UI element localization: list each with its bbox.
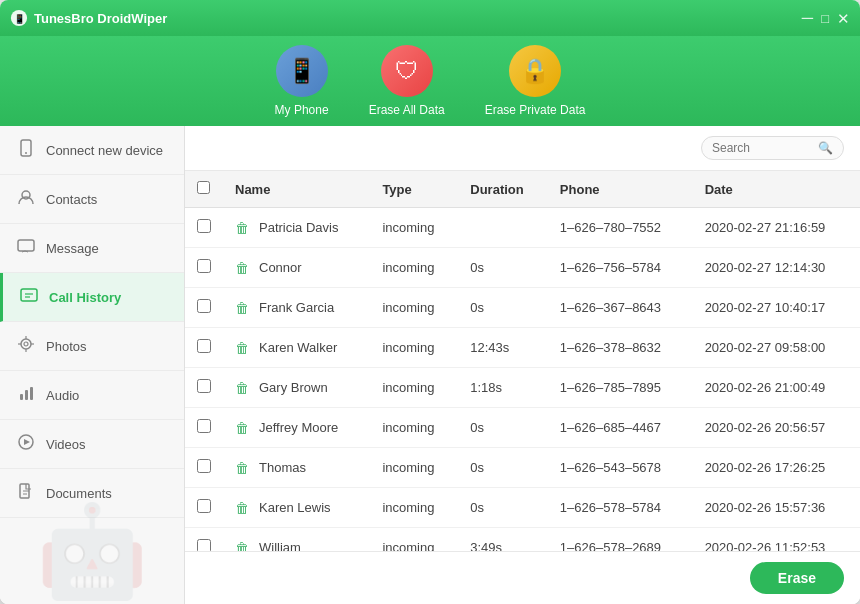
delete-icon-2[interactable]: 🗑 [235, 300, 249, 316]
search-box: 🔍 [701, 136, 844, 160]
contacts-icon [16, 188, 36, 210]
row-duration-7: 0s [458, 488, 548, 528]
delete-icon-8[interactable]: 🗑 [235, 540, 249, 552]
sidebar-item-call-history[interactable]: Call History [0, 273, 184, 322]
title-bar-logo: 📱 TunesBro DroidWiper [10, 9, 802, 27]
minimize-button[interactable]: ─ [802, 10, 813, 26]
delete-icon-7[interactable]: 🗑 [235, 500, 249, 516]
content-area: 🔍 Name Type Duration Phone [185, 126, 860, 604]
row-date-6: 2020-02-26 17:26:25 [693, 448, 860, 488]
svg-rect-6 [21, 289, 37, 301]
row-duration-0 [458, 208, 548, 248]
nav-erase-all[interactable]: 🛡 Erase All Data [369, 45, 445, 117]
table-header-row: Name Type Duration Phone Date [185, 171, 860, 208]
select-all-checkbox[interactable] [197, 181, 210, 194]
sidebar-item-contacts[interactable]: Contacts [0, 175, 184, 224]
sidebar-item-audio[interactable]: Audio [0, 371, 184, 420]
row-name-0: 🗑 Patricia Davis [223, 208, 370, 248]
title-bar-controls: ─ □ ✕ [802, 10, 850, 26]
row-checkbox-4[interactable] [197, 379, 211, 393]
row-type-3: incoming [370, 328, 458, 368]
delete-icon-1[interactable]: 🗑 [235, 260, 249, 276]
row-phone-5: 1–626–685–4467 [548, 408, 693, 448]
row-checkbox-cell [185, 248, 223, 288]
row-checkbox-8[interactable] [197, 539, 211, 551]
app-body: Connect new device Contacts Message Call… [0, 126, 860, 604]
row-checkbox-cell [185, 328, 223, 368]
erase-all-label: Erase All Data [369, 103, 445, 117]
svg-rect-16 [25, 390, 28, 400]
sidebar-item-connect-label: Connect new device [46, 143, 163, 158]
delete-icon-4[interactable]: 🗑 [235, 380, 249, 396]
delete-icon-6[interactable]: 🗑 [235, 460, 249, 476]
svg-marker-19 [24, 439, 30, 445]
row-checkbox-cell [185, 368, 223, 408]
row-checkbox-cell [185, 288, 223, 328]
documents-icon [16, 482, 36, 504]
svg-rect-5 [18, 240, 34, 251]
row-checkbox-cell [185, 208, 223, 248]
app-title: TunesBro DroidWiper [34, 11, 167, 26]
nav-my-phone[interactable]: 📱 My Phone [275, 45, 329, 117]
row-name-5: 🗑 Jeffrey Moore [223, 408, 370, 448]
col-checkbox [185, 171, 223, 208]
row-checkbox-2[interactable] [197, 299, 211, 313]
sidebar-item-videos-label: Videos [46, 437, 86, 452]
erase-button[interactable]: Erase [750, 562, 844, 594]
row-date-5: 2020-02-26 20:56:57 [693, 408, 860, 448]
row-checkbox-0[interactable] [197, 219, 211, 233]
photos-icon [16, 335, 36, 357]
videos-icon [16, 433, 36, 455]
row-phone-8: 1–626–578–2689 [548, 528, 693, 552]
row-checkbox-5[interactable] [197, 419, 211, 433]
erase-private-icon: 🔒 [509, 45, 561, 97]
close-button[interactable]: ✕ [837, 11, 850, 26]
row-name-6: 🗑 Thomas [223, 448, 370, 488]
row-date-3: 2020-02-27 09:58:00 [693, 328, 860, 368]
row-name-4: 🗑 Gary Brown [223, 368, 370, 408]
message-icon [16, 237, 36, 259]
sidebar-item-photos[interactable]: Photos [0, 322, 184, 371]
android-logo-decoration: 🤖 [36, 499, 148, 604]
erase-all-icon: 🛡 [381, 45, 433, 97]
row-checkbox-6[interactable] [197, 459, 211, 473]
table-row: 🗑 Patricia Davis incoming 1–626–780–7552… [185, 208, 860, 248]
row-date-1: 2020-02-27 12:14:30 [693, 248, 860, 288]
my-phone-icon: 📱 [276, 45, 328, 97]
row-duration-3: 12:43s [458, 328, 548, 368]
footer: Erase [185, 551, 860, 604]
row-phone-7: 1–626–578–5784 [548, 488, 693, 528]
table-row: 🗑 Jeffrey Moore incoming 0s 1–626–685–44… [185, 408, 860, 448]
row-checkbox-cell [185, 528, 223, 552]
svg-rect-15 [20, 394, 23, 400]
sidebar-item-audio-label: Audio [46, 388, 79, 403]
delete-icon-3[interactable]: 🗑 [235, 340, 249, 356]
row-name-2: 🗑 Frank Garcia [223, 288, 370, 328]
table-row: 🗑 William incoming 3:49s 1–626–578–2689 … [185, 528, 860, 552]
call-history-table-container[interactable]: Name Type Duration Phone Date 🗑 Patric [185, 171, 860, 551]
row-name-1: 🗑 Connor [223, 248, 370, 288]
title-bar: 📱 TunesBro DroidWiper ─ □ ✕ [0, 0, 860, 36]
nav-erase-private[interactable]: 🔒 Erase Private Data [485, 45, 586, 117]
delete-icon-0[interactable]: 🗑 [235, 220, 249, 236]
sidebar-item-videos[interactable]: Videos [0, 420, 184, 469]
row-duration-4: 1:18s [458, 368, 548, 408]
svg-point-9 [21, 339, 31, 349]
search-input[interactable] [712, 141, 812, 155]
row-duration-2: 0s [458, 288, 548, 328]
sidebar-item-message[interactable]: Message [0, 224, 184, 273]
toolbar: 🔍 [185, 126, 860, 171]
row-phone-3: 1–626–378–8632 [548, 328, 693, 368]
row-duration-6: 0s [458, 448, 548, 488]
row-checkbox-1[interactable] [197, 259, 211, 273]
sidebar-item-call-history-label: Call History [49, 290, 121, 305]
maximize-button[interactable]: □ [821, 12, 829, 25]
row-checkbox-7[interactable] [197, 499, 211, 513]
table-row: 🗑 Karen Lewis incoming 0s 1–626–578–5784… [185, 488, 860, 528]
row-date-2: 2020-02-27 10:40:17 [693, 288, 860, 328]
sidebar-item-connect[interactable]: Connect new device [0, 126, 184, 175]
delete-icon-5[interactable]: 🗑 [235, 420, 249, 436]
col-type: Type [370, 171, 458, 208]
table-row: 🗑 Thomas incoming 0s 1–626–543–5678 2020… [185, 448, 860, 488]
row-checkbox-3[interactable] [197, 339, 211, 353]
